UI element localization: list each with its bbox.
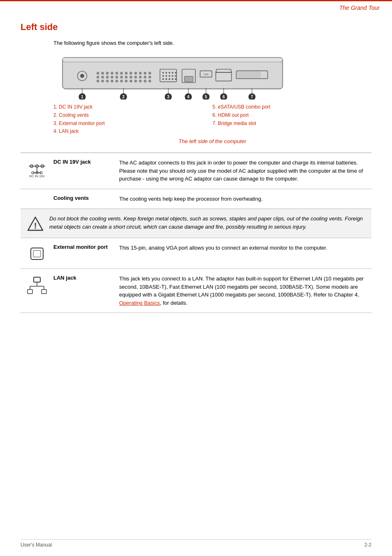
- svg-text:USB: USB: [203, 73, 208, 76]
- svg-point-25: [134, 76, 137, 79]
- port-labels: 1. DC IN 19V jack 2. Cooling vents 3. Ex…: [53, 104, 371, 136]
- lan-label: LAN jack: [53, 275, 119, 281]
- svg-point-45: [172, 72, 173, 74]
- footer-right: 2-2: [364, 542, 371, 548]
- svg-point-35: [125, 80, 128, 83]
- svg-point-46: [175, 72, 177, 74]
- svg-point-5: [97, 72, 99, 75]
- footer-left: User's Manual: [21, 542, 52, 548]
- port-label-1: 1. DC IN 19V jack: [53, 104, 212, 111]
- svg-text:7: 7: [251, 94, 253, 99]
- diagram-area: USB 1 2 3 4: [53, 54, 371, 144]
- svg-point-50: [172, 75, 173, 77]
- svg-point-19: [106, 76, 109, 79]
- main-content: Left side The following figure shows the…: [0, 14, 392, 338]
- cooling-text: The cooling vents help keep the processo…: [119, 195, 371, 203]
- lan-icon-area: [21, 275, 53, 296]
- svg-point-34: [120, 80, 123, 83]
- warning-icon: !: [27, 215, 44, 232]
- port-label-2: 2. Cooling vents: [53, 112, 212, 119]
- warning-box: ! Do not block the cooling vents. Keep f…: [21, 209, 371, 238]
- svg-point-51: [175, 75, 177, 77]
- svg-point-28: [148, 76, 151, 79]
- lan-link[interactable]: Operating Basics: [119, 300, 160, 306]
- svg-point-7: [106, 72, 109, 75]
- svg-point-37: [134, 80, 137, 83]
- cooling-label: Cooling vents: [53, 195, 119, 201]
- dc-in-row: DC IN 19V DC IN 19V jack The AC adaptor …: [21, 153, 371, 189]
- svg-point-16: [148, 72, 151, 75]
- dc-in-text: The AC adaptor connects to this jack in …: [119, 159, 371, 183]
- svg-text:6: 6: [222, 94, 225, 99]
- header-title: The Grand Tour: [339, 5, 380, 11]
- vga-icon: [27, 245, 47, 263]
- laptop-diagram: USB 1 2 3 4: [53, 54, 292, 100]
- svg-point-8: [111, 72, 113, 75]
- svg-point-55: [172, 78, 173, 80]
- svg-rect-99: [33, 250, 41, 257]
- intro-text: The following figure shows the computer'…: [53, 40, 371, 46]
- svg-point-15: [144, 72, 147, 75]
- ext-monitor-icon-area: [21, 244, 53, 263]
- svg-point-52: [162, 78, 164, 80]
- svg-point-54: [168, 78, 170, 80]
- lan-text-suffix: , for details.: [160, 300, 187, 306]
- svg-text:3: 3: [167, 94, 170, 99]
- cooling-icon-area: [21, 195, 53, 196]
- warning-text: Do not block the cooling vents. Keep for…: [49, 215, 365, 231]
- svg-point-21: [115, 76, 118, 79]
- dc-in-icon: DC IN 19V: [25, 160, 48, 178]
- lan-text-main: This jack lets you connect to a LAN. The…: [119, 276, 364, 298]
- ext-monitor-row: External monitor port This 15-pin, analo…: [21, 238, 371, 269]
- svg-point-18: [101, 76, 104, 79]
- svg-point-30: [101, 80, 104, 83]
- svg-point-24: [129, 76, 132, 79]
- port-labels-right: 5. eSATA/USB combo port 6. HDMI out port…: [212, 104, 371, 136]
- port-labels-left: 1. DC IN 19V jack 2. Cooling vents 3. Ex…: [53, 104, 212, 136]
- svg-point-14: [139, 72, 142, 75]
- svg-point-23: [125, 76, 128, 79]
- ext-monitor-label: External monitor port: [53, 244, 119, 250]
- svg-point-13: [134, 72, 137, 75]
- port-label-7: 7. Bridge media slot: [212, 120, 371, 127]
- svg-point-31: [106, 80, 109, 83]
- svg-point-38: [139, 80, 142, 83]
- svg-text:5: 5: [205, 94, 207, 99]
- svg-point-44: [168, 72, 170, 74]
- svg-text:2: 2: [122, 94, 125, 99]
- svg-rect-98: [31, 248, 43, 259]
- svg-point-40: [148, 80, 151, 83]
- svg-point-36: [129, 80, 132, 83]
- port-label-4: 4. LAN jack: [53, 128, 212, 135]
- dc-in-icon-area: DC IN 19V: [21, 159, 53, 178]
- svg-rect-104: [28, 290, 32, 294]
- svg-point-32: [111, 80, 113, 83]
- svg-text:4: 4: [187, 94, 189, 99]
- svg-text:DC IN 19V: DC IN 19V: [29, 174, 45, 178]
- dc-in-label: DC IN 19V jack: [53, 159, 119, 165]
- svg-rect-58: [184, 76, 193, 82]
- lan-row: LAN jack This jack lets you connect to a…: [21, 269, 371, 313]
- svg-point-27: [144, 76, 147, 79]
- footer: User's Manual 2-2: [21, 539, 371, 548]
- svg-text:!: !: [34, 221, 37, 230]
- svg-point-43: [166, 72, 167, 74]
- svg-point-29: [97, 80, 99, 83]
- svg-rect-106: [42, 290, 46, 294]
- warning-icon-wrap: !: [27, 215, 44, 232]
- svg-point-39: [144, 80, 147, 83]
- svg-point-20: [111, 76, 113, 79]
- svg-rect-1: [62, 58, 283, 62]
- svg-point-56: [175, 78, 177, 80]
- svg-point-4: [80, 74, 84, 78]
- svg-point-47: [162, 75, 164, 77]
- svg-point-53: [166, 78, 167, 80]
- port-label-3: 3. External monitor port: [53, 120, 212, 127]
- lan-text: This jack lets you connect to a LAN. The…: [119, 275, 371, 307]
- svg-point-48: [166, 75, 167, 77]
- svg-point-33: [115, 80, 118, 83]
- svg-point-9: [115, 72, 118, 75]
- diagram-caption: The left side of the computer: [53, 138, 371, 144]
- svg-point-22: [120, 76, 123, 79]
- page-title: Left side: [21, 22, 371, 32]
